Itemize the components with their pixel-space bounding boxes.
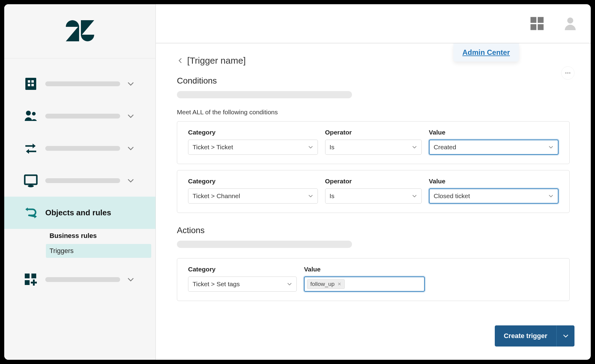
main-area: Admin Center [Trigger name] Conditions M… <box>156 4 591 360</box>
svg-rect-2 <box>31 80 34 83</box>
condition-value-select[interactable]: Closed ticket <box>429 188 559 204</box>
sub-item-triggers[interactable]: Triggers <box>46 244 151 258</box>
field-label-category: Category <box>188 266 297 273</box>
apps-switcher-icon[interactable] <box>529 16 545 31</box>
select-value: Is <box>330 144 334 151</box>
nav-label: Objects and rules <box>45 208 147 217</box>
field-label-value: Value <box>429 178 559 185</box>
conditions-desc-placeholder <box>177 91 352 98</box>
footer-actions: Create trigger <box>495 325 574 347</box>
nav-placeholder <box>45 114 120 119</box>
svg-point-18 <box>567 17 573 24</box>
field-label-value: Value <box>429 129 559 136</box>
field-label-operator: Operator <box>325 129 422 136</box>
chevron-down-icon <box>127 144 135 152</box>
condition-category-select[interactable]: Ticket > Ticket <box>188 140 318 155</box>
svg-rect-4 <box>31 84 34 86</box>
svg-marker-9 <box>25 207 28 211</box>
sidebar-item-placeholder-2[interactable] <box>4 100 155 132</box>
svg-rect-14 <box>530 17 536 23</box>
svg-point-20 <box>567 72 568 74</box>
field-label-category: Category <box>188 129 318 136</box>
building-icon <box>23 77 39 91</box>
meet-all-label: Meet ALL of the following conditions <box>177 109 570 116</box>
chevron-down-icon <box>127 112 135 120</box>
conditions-heading: Conditions <box>177 76 570 86</box>
svg-rect-16 <box>530 24 536 30</box>
chevron-down-icon <box>287 281 292 287</box>
condition-category-select[interactable]: Ticket > Channel <box>188 188 318 204</box>
tag-chip: follow_up ✕ <box>307 279 345 289</box>
select-value: Ticket > Channel <box>193 192 240 200</box>
svg-point-6 <box>32 112 36 116</box>
svg-rect-13 <box>25 280 30 285</box>
nav-list: Objects and rules Business rules Trigger… <box>4 59 155 296</box>
chevron-down-icon <box>308 193 313 199</box>
sidebar-item-objects-rules[interactable]: Objects and rules <box>4 197 155 229</box>
nav-placeholder <box>45 277 120 282</box>
svg-rect-1 <box>28 80 30 83</box>
svg-point-5 <box>26 111 31 116</box>
sidebar: Objects and rules Business rules Trigger… <box>4 4 156 360</box>
svg-rect-17 <box>538 24 544 30</box>
workflow-icon <box>23 206 39 220</box>
back-chevron-icon[interactable] <box>177 57 184 64</box>
svg-rect-0 <box>25 78 36 90</box>
select-value: Ticket > Ticket <box>193 144 233 151</box>
select-value: Is <box>330 192 334 200</box>
svg-rect-11 <box>25 274 30 278</box>
select-value: Closed ticket <box>434 192 470 200</box>
select-value: Ticket > Set tags <box>193 280 240 288</box>
field-label-operator: Operator <box>325 178 422 185</box>
svg-rect-7 <box>25 175 37 184</box>
chevron-down-icon <box>548 193 554 199</box>
sidebar-item-placeholder-1[interactable] <box>4 68 155 100</box>
condition-value-select[interactable]: Created <box>429 140 559 155</box>
sidebar-item-placeholder-4[interactable] <box>4 164 155 197</box>
sub-heading-business-rules: Business rules <box>46 229 155 242</box>
topbar <box>156 4 591 43</box>
svg-point-21 <box>569 72 570 74</box>
svg-rect-15 <box>538 17 544 23</box>
zendesk-logo-icon <box>66 20 94 43</box>
create-trigger-button[interactable]: Create trigger <box>495 325 556 347</box>
chevron-down-icon <box>127 276 135 283</box>
nav-placeholder <box>45 178 120 183</box>
profile-icon[interactable] <box>563 16 577 31</box>
remove-tag-icon[interactable]: ✕ <box>337 281 341 287</box>
chevron-down-icon <box>127 80 135 88</box>
action-category-select[interactable]: Ticket > Set tags <box>188 277 297 292</box>
app-window: Objects and rules Business rules Trigger… <box>0 0 595 364</box>
sidebar-item-placeholder-5[interactable] <box>4 263 155 296</box>
condition-operator-select[interactable]: Is <box>325 188 422 204</box>
nav-placeholder <box>45 81 120 86</box>
condition-row: Category Ticket > Ticket Operator Is Val… <box>177 121 570 164</box>
svg-point-8 <box>28 185 34 187</box>
field-label-value: Value <box>304 266 425 273</box>
svg-rect-3 <box>28 84 30 86</box>
chevron-down-icon <box>308 144 313 150</box>
tag-label: follow_up <box>310 281 334 287</box>
condition-row: Category Ticket > Channel Operator Is Va… <box>177 170 570 213</box>
sidebar-item-placeholder-3[interactable] <box>4 132 155 164</box>
admin-center-tooltip: Admin Center <box>453 43 519 62</box>
admin-center-link[interactable]: Admin Center <box>462 48 510 56</box>
apps-plus-icon <box>23 272 39 287</box>
svg-rect-12 <box>31 274 36 278</box>
arrows-icon <box>23 141 39 156</box>
action-row: Category Ticket > Set tags Value follow_… <box>177 258 570 301</box>
condition-operator-select[interactable]: Is <box>325 140 422 155</box>
action-tags-input[interactable]: follow_up ✕ <box>304 277 425 292</box>
monitor-icon <box>23 173 39 188</box>
content: [Trigger name] Conditions Meet ALL of th… <box>156 43 591 360</box>
page-title: [Trigger name] <box>187 55 246 66</box>
svg-point-19 <box>565 72 567 74</box>
chevron-down-icon <box>548 144 554 150</box>
field-label-category: Category <box>188 178 318 185</box>
chevron-down-icon <box>412 144 417 150</box>
more-actions-button[interactable] <box>561 66 574 80</box>
create-trigger-dropdown-button[interactable] <box>556 325 574 347</box>
sub-nav: Business rules Triggers <box>4 229 155 258</box>
actions-desc-placeholder <box>177 241 352 248</box>
nav-placeholder <box>45 146 120 151</box>
